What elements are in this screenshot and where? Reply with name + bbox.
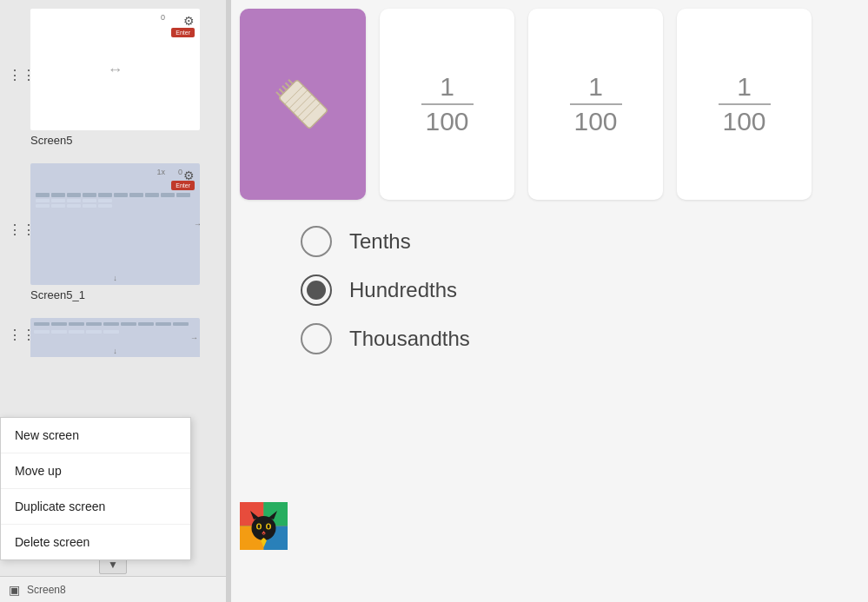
svg-line-3 — [282, 86, 286, 90]
screen-status-icon: ▣ — [9, 583, 20, 597]
svg-point-20 — [258, 525, 261, 529]
screen-status-name: Screen8 — [27, 584, 66, 596]
fraction-numerator-2: 1 — [588, 74, 603, 100]
context-menu: New screen Move up Duplicate screen Dele… — [0, 417, 191, 560]
radio-circle-tenths[interactable] — [301, 226, 332, 257]
screen5-thumbnail[interactable]: ⚙ 0 Enter ↔ — [30, 9, 200, 130]
screen-item-screen5: ⋮⋮ ⚙ 0 Enter ↔ Screen5 — [0, 0, 226, 151]
radio-label-thousandths: Thousandths — [349, 327, 470, 351]
radio-section: Tenths Hundredths Thousandths — [231, 200, 868, 380]
screen-item-screen5_2: ⋮⋮ — [0, 309, 226, 357]
radio-label-tenths: Tenths — [349, 229, 411, 254]
radio-circle-thousandths[interactable] — [301, 323, 332, 354]
context-menu-item-delete-screen[interactable]: Delete screen — [1, 525, 190, 559]
tool-icon-svg — [268, 69, 338, 139]
fraction-card-1[interactable]: 1 100 — [380, 9, 514, 200]
zero-counter: 0 — [178, 168, 182, 176]
cat-image — [240, 502, 288, 550]
svg-rect-0 — [278, 80, 328, 129]
onex-counter: 1x — [156, 168, 165, 176]
radio-circle-hundredths[interactable] — [301, 275, 332, 306]
counter-screen5: 0 — [161, 13, 165, 22]
radio-option-tenths[interactable]: Tenths — [301, 226, 798, 257]
right-arrow-screen5_1: → — [194, 220, 200, 228]
arrows-center-screen5: ↔ — [108, 61, 123, 79]
fraction-line-2 — [570, 103, 622, 105]
radio-inner-hundredths — [307, 281, 326, 300]
fraction-line-1 — [421, 103, 474, 105]
fraction-card-3[interactable]: 1 100 — [677, 9, 812, 200]
fraction-numerator-3: 1 — [737, 74, 752, 100]
screen-item-screen5_1: ⋮⋮ ⚙ 1x 0 Enter — [0, 155, 226, 306]
app-container: ⋮⋮ ⚙ 0 Enter ↔ Screen5 ⋮⋮ ⚙ 1x 0 Enter — [0, 0, 868, 602]
gear-icon-screen5[interactable]: ⚙ — [183, 14, 195, 28]
screen5-label: Screen5 — [30, 134, 217, 147]
svg-line-5 — [288, 80, 293, 84]
enter-btn-screen5[interactable]: Enter — [171, 28, 195, 37]
fraction-card-purple[interactable] — [240, 9, 366, 200]
down-arrow-partial: ↓ — [113, 347, 117, 355]
radio-option-thousandths[interactable]: Thousandths — [301, 323, 798, 354]
svg-line-4 — [285, 83, 289, 87]
main-content: 1 100 1 100 1 100 Tenths — [231, 0, 868, 602]
svg-line-1 — [275, 92, 280, 96]
enter-btn-screen5_1[interactable]: Enter — [171, 181, 195, 190]
fraction-denominator-3: 100 — [722, 109, 765, 135]
status-bar: ▣ Screen8 — [0, 576, 226, 602]
cat-svg — [240, 502, 288, 550]
down-arrow-screen5_1: ↓ — [113, 274, 117, 282]
fraction-denominator-1: 100 — [425, 109, 468, 135]
sidebar: ⋮⋮ ⚙ 0 Enter ↔ Screen5 ⋮⋮ ⚙ 1x 0 Enter — [0, 0, 226, 602]
screen5_2-thumbnail-partial[interactable]: → ↓ — [30, 318, 200, 357]
context-menu-item-new-screen[interactable]: New screen — [1, 418, 190, 453]
context-menu-item-move-up[interactable]: Move up — [1, 453, 190, 489]
svg-line-2 — [279, 89, 283, 93]
screen5_1-label: Screen5_1 — [30, 288, 217, 301]
thumb-table — [34, 191, 196, 209]
fraction-denominator-2: 100 — [573, 109, 617, 135]
svg-point-21 — [268, 525, 270, 529]
fraction-row: 1 100 1 100 1 100 — [231, 0, 868, 200]
radio-label-hundredths: Hundredths — [349, 278, 457, 302]
fraction-line-3 — [719, 103, 771, 105]
radio-option-hundredths[interactable]: Hundredths — [301, 275, 798, 306]
fraction-card-2[interactable]: 1 100 — [528, 9, 663, 200]
right-arrow-partial: → — [190, 334, 198, 342]
fraction-numerator-1: 1 — [440, 74, 454, 100]
screen5_1-thumbnail[interactable]: ⚙ 1x 0 Enter — [30, 163, 200, 285]
context-menu-item-duplicate-screen[interactable]: Duplicate screen — [1, 489, 190, 525]
svg-point-15 — [252, 516, 276, 540]
